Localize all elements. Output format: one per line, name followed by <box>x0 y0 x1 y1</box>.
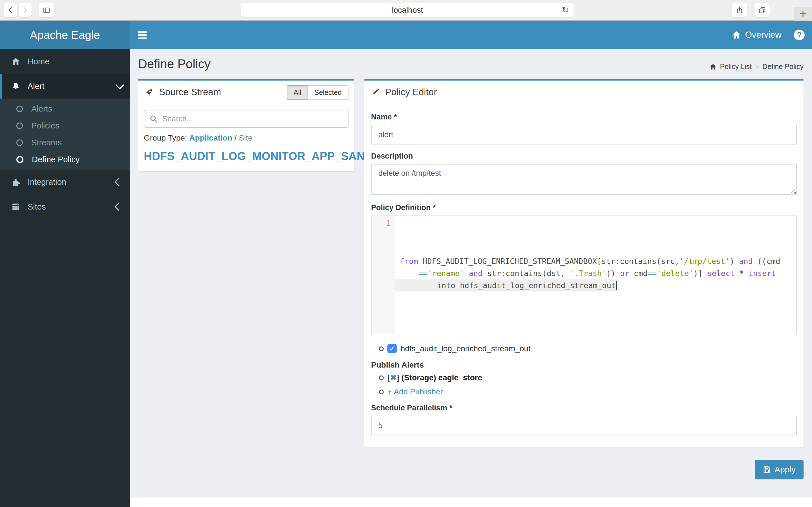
description-field[interactable]: delete on /tmp/test <box>371 164 797 195</box>
publish-alerts-label: Publish Alerts <box>371 360 797 370</box>
sidebar-item-integration[interactable]: Integration <box>0 170 130 194</box>
plus-icon: + <box>800 7 807 20</box>
policy-editor-panel: Policy Editor Name * Description delete … <box>364 79 804 447</box>
hamburger-icon <box>138 31 147 33</box>
circle-icon <box>16 122 23 129</box>
overview-label: Overview <box>745 30 781 40</box>
browser-new-tab-button[interactable]: + <box>794 7 812 21</box>
apply-row: Apply <box>130 447 812 480</box>
breadcrumb-policy-list[interactable]: Policy List <box>720 62 752 71</box>
browser-forward-button[interactable] <box>18 3 32 17</box>
filter-all-button[interactable]: All <box>287 85 308 100</box>
browser-share-button[interactable] <box>732 3 747 17</box>
sidebar-item-alerts[interactable]: Alerts <box>0 100 130 117</box>
policy-definition-editor[interactable]: 1 from HDFS_AUDIT_LOG_ENRICHED_STREAM_SA… <box>371 216 797 334</box>
description-label: Description <box>371 152 797 161</box>
browser-back-button[interactable] <box>4 3 17 17</box>
breadcrumb: Policy List > Define Policy <box>709 62 804 71</box>
share-icon <box>736 6 743 14</box>
reload-icon[interactable]: ↻ <box>562 4 569 15</box>
sidebar-item-label: Integration <box>28 177 108 187</box>
schedule-parallelism-field[interactable] <box>371 416 797 436</box>
puzzle-icon <box>11 177 20 186</box>
sidebar-item-label: Home <box>28 57 123 66</box>
output-stream-list: ✓ hdfs_audit_log_enriched_stream_out <box>371 344 797 353</box>
browser-sidebar-toggle-button[interactable] <box>39 3 54 17</box>
schedule-parallelism-label: Schedule Parallelism * <box>371 404 797 412</box>
rocket-icon <box>144 87 154 97</box>
remove-publisher-icon[interactable]: ✖ <box>390 373 396 382</box>
source-stream-panel: Source Stream All Selected Group Type: A… <box>138 79 354 171</box>
breadcrumb-separator: > <box>755 63 759 71</box>
group-type-label: Group Type: <box>144 133 187 142</box>
code-line: =='rename' and str:contains(dst, '.Trash… <box>400 267 776 279</box>
brand-logo[interactable]: Apache Eagle <box>0 21 130 49</box>
navbar-right: Overview ? <box>732 21 805 49</box>
sidebar-item-policies[interactable]: Policies <box>0 117 130 134</box>
policy-editor-header: Policy Editor <box>364 80 804 104</box>
alert-submenu: Alerts Policies Streams Define Policy <box>0 99 130 170</box>
circle-icon <box>16 106 23 112</box>
chevron-left-icon <box>114 177 123 186</box>
address-bar[interactable]: localhost ↻ <box>241 3 574 17</box>
code-area: from HDFS_AUDIT_LOG_ENRICHED_STREAM_SAND… <box>395 216 796 334</box>
home-icon <box>709 63 717 70</box>
output-stream-label: hdfs_audit_log_enriched_stream_out <box>401 344 530 353</box>
footer <box>130 497 812 507</box>
home-icon <box>11 57 20 66</box>
chevron-left-icon <box>7 6 14 14</box>
sidebar: Home Alert Alerts Policies Streams <box>0 49 130 507</box>
help-icon[interactable]: ? <box>794 30 805 40</box>
code-line: into hdfs_audit_log_enriched_stream_out <box>395 279 617 291</box>
code-gutter: 1 <box>371 216 395 334</box>
app-navbar: Apache Eagle Overview ? <box>0 21 812 49</box>
policy-editor-body: Name * Description delete on /tmp/test P… <box>364 104 804 447</box>
page-title: Define Policy <box>138 57 804 71</box>
tab-overview-icon <box>758 6 766 14</box>
content-header: Define Policy Policy List > Define Polic… <box>130 49 812 76</box>
add-publisher-link[interactable]: + Add Publisher <box>388 387 443 396</box>
sidebar-item-alert[interactable]: Alert <box>0 74 130 99</box>
publisher-label: (Storage) eagle_store <box>402 373 482 382</box>
sidebar-item-streams[interactable]: Streams <box>0 134 130 151</box>
circle-icon <box>16 156 23 163</box>
browser-tabs-button[interactable] <box>755 3 770 17</box>
content: Define Policy Policy List > Define Polic… <box>130 49 812 507</box>
source-stream-title: Source Stream <box>159 87 221 98</box>
sidebar-item-define-policy[interactable]: Define Policy <box>0 151 130 168</box>
circle-icon <box>16 139 23 146</box>
text-cursor <box>616 281 617 290</box>
policy-editor-title: Policy Editor <box>385 87 437 98</box>
sidebar-item-home[interactable]: Home <box>0 49 130 74</box>
overview-link[interactable]: Overview <box>732 30 781 40</box>
breadcrumb-current: Define Policy <box>762 62 804 71</box>
url-text: localhost <box>392 6 423 15</box>
stream-search <box>144 110 349 128</box>
group-by-application-link[interactable]: Application <box>189 133 232 142</box>
name-field[interactable] <box>371 125 797 145</box>
group-by-site-link[interactable]: Site <box>239 133 252 142</box>
sidebar-collapse-button[interactable] <box>130 21 155 49</box>
output-stream-checkbox[interactable]: ✓ <box>388 344 397 353</box>
browser-chrome: localhost ↻ + <box>0 0 812 21</box>
chevron-down-icon <box>115 80 124 89</box>
name-label: Name * <box>371 113 797 121</box>
pencil-icon <box>370 87 380 97</box>
chevron-left-icon <box>114 202 123 211</box>
source-stream-header: Source Stream All Selected <box>138 80 354 104</box>
list-item: + Add Publisher <box>371 387 797 396</box>
bell-icon <box>11 82 20 91</box>
home-icon <box>732 30 741 40</box>
sidebar-item-label: Policies <box>31 121 59 130</box>
sidebar-panel-icon <box>43 6 50 14</box>
search-input[interactable] <box>144 110 349 128</box>
policy-definition-label: Policy Definition * <box>371 203 797 212</box>
apply-button[interactable]: Apply <box>755 460 804 480</box>
filter-selected-button[interactable]: Selected <box>308 85 349 100</box>
stream-group-heading[interactable]: HDFS_AUDIT_LOG_MONITOR_APP_SANDBOX <box>144 150 349 163</box>
group-type-separator: / <box>235 133 237 142</box>
sidebar-item-sites[interactable]: Sites <box>0 194 130 219</box>
save-icon <box>763 465 771 474</box>
apply-label: Apply <box>774 465 796 474</box>
sidebar-item-label: Alerts <box>31 104 52 114</box>
